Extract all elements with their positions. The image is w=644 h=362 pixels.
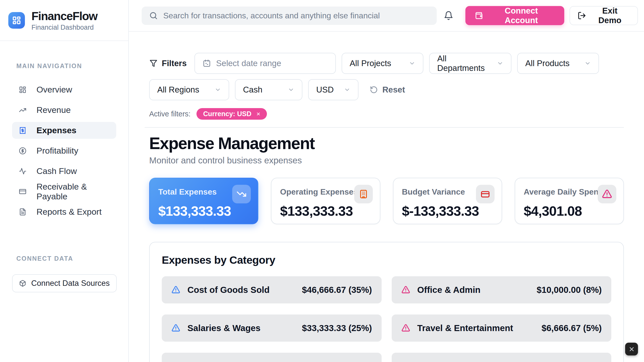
- sidebar-item-expenses[interactable]: Expenses: [12, 122, 116, 139]
- currency-filter-chip-label: Currency: USD: [203, 110, 251, 118]
- rotate-ccw-icon: [370, 86, 378, 94]
- sidebar-item-label: Expenses: [36, 125, 76, 135]
- page-title: Expense Management: [149, 134, 624, 153]
- dashboard-grid-icon: [12, 15, 22, 25]
- date-range-input[interactable]: Select date range: [194, 53, 336, 74]
- sidebar-item-profitability[interactable]: Profitability: [12, 142, 116, 159]
- circle-dollar-icon: [19, 147, 26, 155]
- sidebar-item-receivable-payable[interactable]: Receivable & Payable: [12, 183, 116, 200]
- trending-up-icon: [19, 106, 26, 114]
- app-title: FinanceFlow: [31, 9, 97, 23]
- category-value: $6,666.67 (5%): [542, 323, 602, 333]
- search-bar: [142, 7, 437, 25]
- filters-label: Filters: [162, 59, 187, 68]
- building-icon: [354, 185, 373, 203]
- category-name: Cost of Goods Sold: [187, 285, 270, 295]
- remove-filter-icon[interactable]: ×: [256, 111, 260, 117]
- category-row-office-admin: Office & Admin $10,000.00 (8%): [392, 276, 612, 303]
- category-grid: Cost of Goods Sold $46,666.67 (35%) Offi…: [162, 276, 611, 362]
- regions-dropdown[interactable]: All Regions: [149, 79, 229, 100]
- search-icon: [149, 11, 158, 20]
- reset-filters-button[interactable]: Reset: [370, 85, 405, 95]
- chevron-down-icon: [584, 60, 591, 67]
- category-row-marketing: Marketing $20,000.00 (15%): [162, 353, 382, 362]
- departments-dropdown-value: All Departments: [437, 54, 492, 73]
- trending-down-icon: [232, 185, 251, 203]
- stat-card-average-daily-spend[interactable]: Average Daily Spend $4,301.08: [515, 178, 624, 224]
- sidebar-item-label: Cash Flow: [36, 166, 77, 176]
- connect-account-label: Connect Account: [488, 6, 555, 25]
- active-filters-label: Active filters:: [149, 110, 190, 118]
- currency-filter-chip: Currency: USD ×: [196, 108, 267, 120]
- credit-card-icon: [19, 188, 26, 195]
- box-icon: [19, 280, 26, 287]
- sidebar-item-label: Reports & Export: [36, 207, 102, 217]
- chevron-down-icon: [497, 60, 503, 67]
- file-text-icon: [19, 208, 26, 216]
- close-icon: [628, 346, 635, 352]
- wallet-icon: [474, 11, 484, 20]
- sidebar-item-revenue[interactable]: Revenue: [12, 102, 116, 118]
- stat-card-operating-expenses[interactable]: Operating Expenses $133,333.33: [271, 178, 380, 224]
- projects-dropdown[interactable]: All Projects: [342, 53, 423, 74]
- stat-value: $133,333.33: [280, 203, 371, 219]
- category-value: $10,000.00 (8%): [537, 285, 602, 295]
- app-logo: [8, 12, 25, 29]
- departments-dropdown[interactable]: All Departments: [429, 53, 511, 74]
- receipt-icon: [19, 127, 26, 134]
- sidebar-item-label: Overview: [36, 85, 72, 95]
- category-name: Office & Admin: [417, 285, 481, 295]
- sidebar-item-cash-flow[interactable]: Cash Flow: [12, 163, 116, 179]
- category-row-cost-of-goods-sold: Cost of Goods Sold $46,666.67 (35%): [162, 276, 382, 303]
- stat-value: $4,301.08: [524, 203, 615, 219]
- notifications-bell-button[interactable]: [444, 11, 453, 20]
- regions-dropdown-value: All Regions: [157, 85, 199, 95]
- connect-data-sources-button[interactable]: Connect Data Sources: [12, 274, 117, 292]
- app-tagline: Financial Dashboard: [31, 24, 97, 31]
- chevron-down-icon: [409, 60, 415, 67]
- expenses-by-category-card: Expenses by Category Cost of Goods Sold …: [149, 242, 624, 362]
- chevron-down-icon: [344, 86, 350, 93]
- sidebar-item-reports-export[interactable]: Reports & Export: [12, 203, 116, 220]
- accounting-basis-value: Cash: [243, 85, 262, 95]
- currency-dropdown-value: USD: [316, 85, 334, 95]
- main-content: Filters Select date range All Projects A…: [129, 32, 644, 362]
- accounting-basis-dropdown[interactable]: Cash: [235, 79, 302, 100]
- stat-value: $-133,333.33: [402, 203, 493, 219]
- exit-demo-label: Exit Demo: [590, 6, 630, 25]
- filters-row-1: Filters Select date range All Projects A…: [149, 53, 624, 74]
- nav-section-header: MAIN NAVIGATION: [0, 62, 128, 70]
- page-subtitle: Monitor and control business expenses: [149, 155, 624, 165]
- search-input[interactable]: [163, 11, 429, 20]
- stat-card-budget-variance[interactable]: Budget Variance $-133,333.33: [393, 178, 502, 224]
- products-dropdown[interactable]: All Products: [517, 53, 599, 74]
- brand-header: FinanceFlow Financial Dashboard: [0, 0, 128, 41]
- projects-dropdown-value: All Projects: [350, 59, 391, 68]
- close-toast-button[interactable]: [625, 343, 638, 355]
- topbar: Connect Account Exit Demo: [129, 0, 644, 32]
- category-name: Travel & Entertainment: [417, 323, 513, 333]
- active-filters-row: Active filters: Currency: USD ×: [149, 108, 624, 120]
- exit-demo-button[interactable]: Exit Demo: [570, 6, 638, 25]
- chevron-down-icon: [288, 86, 294, 93]
- bell-icon: [444, 11, 453, 20]
- activity-icon: [19, 167, 26, 175]
- currency-dropdown[interactable]: USD: [308, 79, 358, 100]
- category-name: Salaries & Wages: [187, 323, 261, 333]
- filters-label-group: Filters: [149, 59, 187, 68]
- logout-icon: [578, 11, 586, 20]
- category-value: $46,666.67 (35%): [302, 285, 372, 295]
- stat-value: $133,333.33: [158, 203, 249, 219]
- sidebar: FinanceFlow Financial Dashboard MAIN NAV…: [0, 0, 129, 362]
- stat-cards-row: Total Expenses $133,333.33 Operating Exp…: [149, 178, 624, 224]
- products-dropdown-value: All Products: [525, 59, 570, 68]
- expenses-by-category-title: Expenses by Category: [162, 254, 611, 266]
- reset-label: Reset: [382, 85, 405, 95]
- connect-account-button[interactable]: Connect Account: [465, 6, 564, 25]
- alert-triangle-icon: [401, 324, 410, 333]
- dashboard-icon: [19, 86, 26, 94]
- sidebar-item-overview[interactable]: Overview: [12, 81, 116, 98]
- date-range-placeholder: Select date range: [216, 59, 281, 68]
- stat-card-total-expenses[interactable]: Total Expenses $133,333.33: [149, 178, 258, 224]
- main-navigation: Overview Revenue Expenses Profitability …: [0, 81, 128, 220]
